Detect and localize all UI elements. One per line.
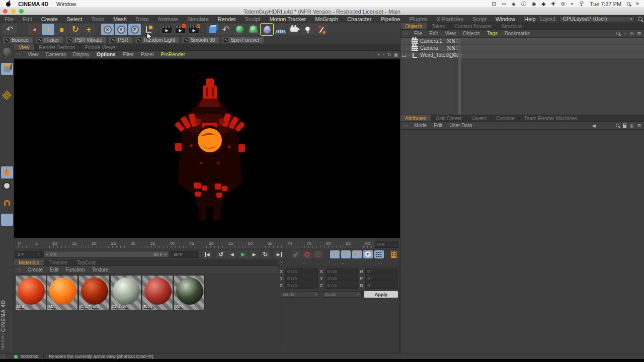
- current-frame-field[interactable]: 0 F: [15, 251, 42, 258]
- panel-grip-icon[interactable]: [279, 260, 284, 265]
- app-menu-item[interactable]: Script: [468, 16, 491, 22]
- display-icon[interactable]: ▭: [502, 0, 506, 8]
- object-list-scrollbar[interactable]: [458, 38, 461, 115]
- object-manager-menu-item[interactable]: File: [411, 31, 426, 36]
- previous-frame-button[interactable]: ◀: [227, 250, 237, 258]
- model-mode-icon[interactable]: [1, 63, 13, 75]
- attributes-panel-tab[interactable]: Team Render Machines: [520, 115, 583, 121]
- render-to-picture-viewer-button[interactable]: ▶: [174, 24, 187, 35]
- app-menu-item[interactable]: Edit: [18, 16, 37, 22]
- key-parameter-toggle[interactable]: P: [363, 250, 373, 258]
- viewport-menu-item[interactable]: Panel: [137, 52, 157, 57]
- viewport-zoom-icon[interactable]: ↕: [382, 52, 385, 57]
- attributes-panel-tab[interactable]: Layers: [467, 115, 492, 121]
- attributes-panel-tab[interactable]: Attributes: [400, 115, 431, 121]
- viewport-menu-item[interactable]: Display: [69, 52, 93, 57]
- polygons-mode-icon[interactable]: [1, 132, 13, 144]
- preset-button[interactable]: ∿ Random Light: [135, 37, 179, 43]
- workplane-texture-icon[interactable]: [1, 89, 13, 101]
- app-menu-item[interactable]: MoGraph: [310, 16, 343, 22]
- add-spline-button[interactable]: ↶: [220, 24, 232, 35]
- app-menu-item[interactable]: Help: [520, 16, 540, 22]
- coordinate-field[interactable]: 0 °: [365, 268, 398, 275]
- coordinate-field[interactable]: 0 cm: [326, 283, 358, 289]
- object-tree[interactable]: + Camera.1 +: [400, 38, 644, 115]
- screen-mirroring-icon[interactable]: ⊡: [492, 0, 496, 8]
- keyframe-help-button[interactable]: ?: [313, 250, 323, 258]
- do-not-disturb-icon[interactable]: ⊘: [561, 0, 565, 8]
- key-scale-toggle[interactable]: ■: [341, 250, 351, 258]
- app-menu-item[interactable]: Snap: [131, 16, 153, 22]
- object-manager-menu-item[interactable]: Bookmarks: [501, 31, 533, 36]
- macos-menu-window[interactable]: Window: [56, 1, 76, 7]
- viewport-tab[interactable]: Render Settings: [35, 44, 80, 50]
- material-menu-item[interactable]: Edit: [46, 267, 62, 273]
- play-button[interactable]: ▶: [238, 250, 248, 258]
- viewport-solo-icon[interactable]: [1, 179, 13, 192]
- object-manager-tab[interactable]: Structure: [497, 23, 527, 29]
- editor-visibility-toggle[interactable]: [447, 39, 451, 43]
- app-menu-item[interactable]: Simulate: [183, 16, 213, 22]
- undo-button[interactable]: ↶: [2, 24, 17, 35]
- key-rotation-toggle[interactable]: ↻: [352, 250, 362, 258]
- add-material-button[interactable]: [315, 24, 328, 35]
- viewport-menu-item[interactable]: ProRender: [157, 52, 188, 57]
- attribute-search-icon[interactable]: [616, 124, 619, 127]
- coordinate-field[interactable]: 0 °: [365, 276, 398, 282]
- viewport-canvas[interactable]: [14, 59, 400, 238]
- add-generator-button[interactable]: [233, 24, 246, 35]
- app-menu-item[interactable]: Plugins: [405, 16, 432, 22]
- viewport-menu-item[interactable]: Filter: [119, 52, 137, 57]
- lock-x-axis-button[interactable]: X: [101, 24, 114, 35]
- coordinate-field[interactable]: 0 cm: [285, 283, 318, 289]
- edges-mode-icon[interactable]: [1, 119, 13, 131]
- last-tool-button[interactable]: +: [83, 24, 95, 35]
- transform-mode-dropdown[interactable]: Scale: [322, 291, 362, 298]
- render-visibility-toggle[interactable]: [452, 46, 455, 50]
- app-menu-item[interactable]: Motion Tracker: [265, 16, 310, 22]
- attributes-menu-item[interactable]: Mode: [411, 123, 430, 128]
- object-manager-menu-item[interactable]: Tags: [484, 31, 501, 36]
- attributes-panel-tab[interactable]: Console: [492, 115, 520, 121]
- next-frame-button[interactable]: ▶: [250, 250, 259, 258]
- preset-button[interactable]: ∿ Bounce: [3, 37, 33, 43]
- menubar-clock[interactable]: Tue 7:27 PM: [590, 1, 622, 7]
- goto-end-button[interactable]: ▶: [274, 250, 284, 258]
- app-menu-item[interactable]: Tools: [87, 16, 109, 22]
- app-notification-icon[interactable]: ◉: [532, 0, 536, 8]
- tweak-mode-icon[interactable]: [1, 166, 13, 178]
- object-manager-tab[interactable]: Objects: [400, 23, 427, 29]
- app-menu-item[interactable]: Pipeline: [376, 16, 405, 22]
- add-volume-button[interactable]: [261, 24, 273, 35]
- viewport-rotate-icon[interactable]: ↻: [387, 52, 391, 57]
- add-primitive-button[interactable]: [206, 24, 219, 35]
- panel-grip-icon[interactable]: [17, 52, 22, 57]
- next-key-button[interactable]: ↻: [261, 250, 270, 258]
- object-manager-tab[interactable]: Content Browser: [450, 23, 497, 29]
- app-menu-item[interactable]: Character: [343, 16, 376, 22]
- preset-button[interactable]: ∿ Flicker: [36, 37, 63, 43]
- make-editable-icon[interactable]: [1, 46, 13, 58]
- material-thumb[interactable]: Chrome: [110, 275, 141, 310]
- goto-start-button[interactable]: ◀: [202, 250, 212, 258]
- object-name[interactable]: Camera: [420, 45, 438, 51]
- layout-dropdown[interactable]: GPULayout7 (User): [559, 16, 635, 22]
- lock-workplane-icon[interactable]: [1, 214, 13, 226]
- layer-dots[interactable]: [456, 39, 458, 43]
- material-menu-item[interactable]: Texture: [89, 267, 112, 273]
- material-thumb[interactable]: Mat: [15, 275, 46, 310]
- object-manager-menu-item[interactable]: View: [441, 31, 459, 36]
- viewport-tab[interactable]: View: [14, 44, 35, 50]
- app-menu-item[interactable]: Animate: [153, 16, 183, 22]
- material-thumb[interactable]: Wet: [174, 275, 205, 310]
- end-frame-field[interactable]: 90 F: [171, 251, 198, 258]
- panel-grip-icon[interactable]: [404, 123, 409, 128]
- live-selection-button[interactable]: ➤: [28, 24, 41, 35]
- panel-grip-icon[interactable]: [17, 267, 22, 273]
- coordinate-field[interactable]: 0 cm: [326, 276, 358, 282]
- app-menu-item[interactable]: Mesh: [109, 16, 131, 22]
- material-panel-tab[interactable]: TopCoat: [72, 259, 101, 265]
- object-manager-menu-item[interactable]: Edit: [426, 31, 441, 36]
- dropbox-icon[interactable]: ◈: [512, 0, 516, 8]
- key-position-toggle[interactable]: +: [330, 250, 340, 258]
